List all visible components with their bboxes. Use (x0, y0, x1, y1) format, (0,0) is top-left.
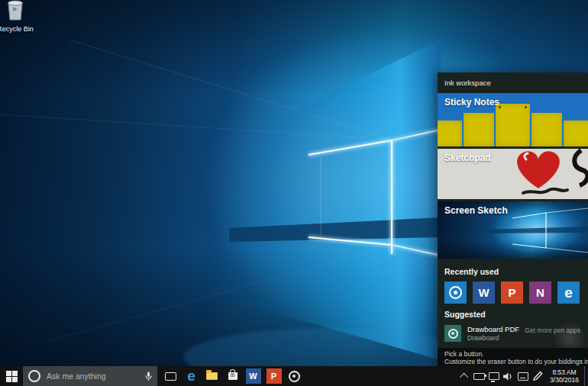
word-taskbar-button[interactable]: W (243, 366, 263, 386)
recent-app-camera[interactable] (444, 281, 467, 304)
desktop: Recycle Bin Ink workspace Sticky Notes S… (0, 0, 588, 386)
drawboard-pdf-icon (444, 325, 461, 342)
sketchpad-card[interactable]: Sketchpad (438, 149, 588, 199)
recent-app-edge[interactable]: e (557, 281, 580, 304)
store-icon (228, 372, 237, 380)
volume-tray-button[interactable] (501, 366, 515, 386)
touch-keyboard-button[interactable] (515, 366, 530, 386)
tip-line-2: Customize the eraser button to do your b… (444, 358, 588, 365)
ink-workspace-panel: Ink workspace Sticky Notes Sketchpad Scr… (438, 72, 588, 366)
screen-sketch-card[interactable]: Screen Sketch (438, 201, 588, 259)
recycle-bin[interactable]: Recycle Bin (0, 0, 37, 33)
suggested-app-name: Drawboard PDF (467, 325, 519, 333)
hidden-icons-button[interactable] (457, 366, 472, 386)
sticky-notes-card[interactable]: Sticky Notes (438, 93, 588, 146)
pen-tip-banner: Pick a button. Customize the eraser butt… (438, 348, 588, 366)
suggested-heading: Suggested (444, 310, 486, 319)
camera-taskbar-button[interactable] (284, 366, 305, 386)
sketchpad-label: Sketchpad (444, 153, 491, 163)
task-view-button[interactable] (160, 366, 181, 386)
edge-icon: e (187, 368, 195, 384)
display-tray-button[interactable] (486, 366, 501, 386)
taskbar-app-buttons: e W P (160, 366, 305, 386)
recent-app-powerpoint[interactable]: P (501, 281, 523, 304)
display-icon (489, 372, 499, 380)
screen-sketch-label: Screen Sketch (444, 205, 508, 216)
edge-icon: e (564, 285, 573, 300)
cortana-search-box[interactable] (23, 366, 157, 386)
recently-used-heading: Recently used (444, 267, 499, 276)
camera-icon (289, 371, 300, 382)
file-explorer-button[interactable] (202, 366, 222, 386)
volume-icon (503, 372, 513, 381)
battery-tray-button[interactable] (472, 366, 486, 386)
tip-line-2-text: Customize the eraser button to do your b… (444, 358, 588, 365)
system-tray: 8:53 AM 3/30/2016 (457, 366, 588, 386)
recent-app-word[interactable]: W (473, 281, 495, 304)
taskbar: e W P (0, 366, 588, 386)
powerpoint-taskbar-button[interactable]: P (263, 366, 284, 386)
onenote-icon: N (536, 287, 544, 298)
windows-logo-icon (6, 371, 18, 382)
clock-time: 8:53 AM (546, 368, 583, 376)
touch-keyboard-icon (518, 372, 528, 381)
ink-workspace-tray-button[interactable] (530, 366, 544, 386)
word-icon: W (246, 368, 261, 384)
pen-icon (532, 371, 543, 381)
tray-clock[interactable]: 8:53 AM 3/30/2016 (544, 368, 584, 384)
clock-date: 3/30/2016 (546, 376, 583, 384)
recently-used-apps: W P N e (444, 281, 580, 304)
start-button[interactable] (0, 366, 23, 386)
recent-app-onenote[interactable]: N (529, 281, 551, 304)
ink-workspace-title: Ink workspace (444, 79, 491, 87)
store-button[interactable] (222, 366, 243, 386)
show-desktop-button[interactable] (584, 366, 588, 386)
file-explorer-icon (206, 372, 218, 380)
get-more-pen-apps-link[interactable]: Get more pen apps (525, 326, 580, 334)
sticky-notes-label: Sticky Notes (444, 97, 499, 108)
word-icon: W (478, 287, 489, 298)
microphone-icon[interactable] (145, 372, 152, 381)
powerpoint-icon: P (267, 368, 282, 384)
edge-taskbar-button[interactable]: e (181, 366, 202, 386)
tip-line-1: Pick a button. (444, 350, 588, 358)
powerpoint-icon: P (508, 287, 515, 298)
camera-icon (449, 286, 462, 299)
suggested-app-row[interactable]: Drawboard PDF Drawboard Get more pen app… (444, 324, 582, 344)
cortana-icon (28, 370, 40, 382)
suggested-app-publisher: Drawboard (467, 334, 499, 342)
recycle-bin-icon (4, 0, 27, 21)
recycle-bin-label: Recycle Bin (0, 25, 37, 33)
battery-icon (473, 373, 485, 380)
task-view-icon (165, 372, 176, 381)
chevron-up-icon (459, 373, 467, 381)
search-input[interactable] (45, 371, 145, 381)
